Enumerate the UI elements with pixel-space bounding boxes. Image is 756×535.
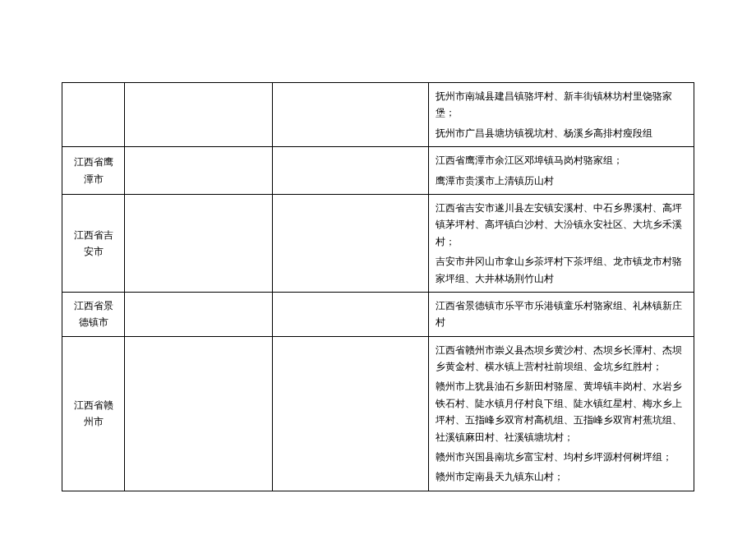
table-row: 江西省吉安市江西省吉安市遂川县左安镇安溪村、中石乡界溪村、高坪镇茅坪村、高坪镇白… (62, 194, 694, 292)
city-cell: 江西省赣州市 (62, 336, 125, 491)
col3-cell (273, 336, 429, 491)
table-row: 江西省赣州市江西省赣州市崇义县杰坝乡黄沙村、杰坝乡长潭村、杰坝乡黄金村、横水镇上… (62, 336, 694, 491)
col3-cell (273, 194, 429, 292)
detail-text: 抚州市广昌县塘坊镇视坑村、杨溪乡高排村瘦段组 (436, 125, 687, 141)
city-cell (62, 83, 125, 147)
col3-cell (273, 83, 429, 147)
detail-text: 吉安市井冈山市拿山乡茶坪村下茶坪组、龙市镇龙市村骆家坪组、大井林场荆竹山村 (436, 253, 687, 287)
detail-text: 抚州市南城县建昌镇骆坪村、新丰街镇林坊村里饶骆家堡； (436, 88, 687, 122)
col2-cell (125, 336, 273, 491)
region-table: 抚州市南城县建昌镇骆坪村、新丰街镇林坊村里饶骆家堡；抚州市广昌县塘坊镇视坑村、杨… (62, 82, 694, 491)
detail-text: 赣州市定南县天九镇东山村； (436, 468, 687, 485)
detail-text: 赣州市兴国县南坑乡富宝村、均村乡坪源村何树坪组； (436, 449, 687, 465)
col3-cell (273, 292, 429, 336)
details-cell: 江西省景德镇市乐平市乐港镇童乐村骆家组、礼林镇新庄村 (429, 292, 694, 336)
details-cell: 江西省吉安市遂川县左安镇安溪村、中石乡界溪村、高坪镇茅坪村、高坪镇白沙村、大汾镇… (429, 194, 694, 292)
table-row: 江西省景德镇市江西省景德镇市乐平市乐港镇童乐村骆家组、礼林镇新庄村 (62, 292, 694, 336)
detail-text: 江西省景德镇市乐平市乐港镇童乐村骆家组、礼林镇新庄村 (436, 297, 687, 331)
detail-text: 鹰潭市贵溪市上清镇历山村 (436, 173, 687, 189)
col2-cell (125, 292, 273, 336)
table-row: 江西省鹰潭市江西省鹰潭市余江区邓埠镇马岗村骆家组；鹰潭市贵溪市上清镇历山村 (62, 147, 694, 195)
col2-cell (125, 83, 273, 147)
city-cell: 江西省景德镇市 (62, 292, 125, 336)
table-row: 抚州市南城县建昌镇骆坪村、新丰街镇林坊村里饶骆家堡；抚州市广昌县塘坊镇视坑村、杨… (62, 83, 694, 147)
details-cell: 江西省赣州市崇义县杰坝乡黄沙村、杰坝乡长潭村、杰坝乡黄金村、横水镇上营村社前坝组… (429, 336, 694, 491)
detail-text: 赣州市上犹县油石乡新田村骆屋、黄埠镇丰岗村、水岩乡铁石村、陡水镇月仔村良下组、陡… (436, 378, 687, 445)
detail-text: 江西省鹰潭市余江区邓埠镇马岗村骆家组； (436, 152, 687, 168)
city-cell: 江西省吉安市 (62, 194, 125, 292)
col2-cell (125, 194, 273, 292)
detail-text: 江西省吉安市遂川县左安镇安溪村、中石乡界溪村、高坪镇茅坪村、高坪镇白沙村、大汾镇… (436, 200, 687, 250)
details-cell: 抚州市南城县建昌镇骆坪村、新丰街镇林坊村里饶骆家堡；抚州市广昌县塘坊镇视坑村、杨… (429, 83, 694, 147)
col3-cell (273, 147, 429, 195)
city-cell: 江西省鹰潭市 (62, 147, 125, 195)
detail-text: 江西省赣州市崇义县杰坝乡黄沙村、杰坝乡长潭村、杰坝乡黄金村、横水镇上营村社前坝组… (436, 342, 687, 376)
col2-cell (125, 147, 273, 195)
details-cell: 江西省鹰潭市余江区邓埠镇马岗村骆家组；鹰潭市贵溪市上清镇历山村 (429, 147, 694, 195)
